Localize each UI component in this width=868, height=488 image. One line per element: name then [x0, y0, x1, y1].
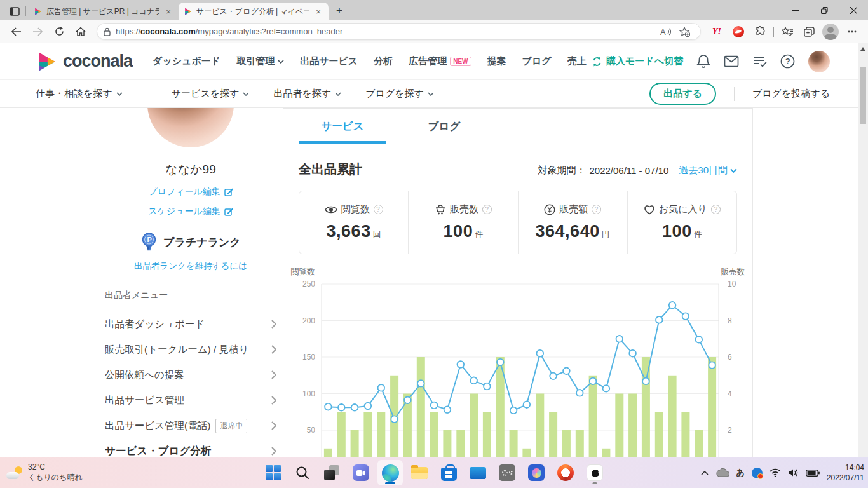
- schedule-edit-link[interactable]: スケジュール編集: [105, 206, 276, 217]
- help-circle-icon[interactable]: ?: [780, 54, 795, 69]
- browser-profile-avatar[interactable]: [821, 23, 840, 41]
- stat-unit: 件: [475, 229, 483, 240]
- orders-list-icon[interactable]: [752, 55, 767, 67]
- new-badge: NEW: [450, 57, 471, 66]
- subnav-item[interactable]: サービスを探す: [172, 88, 250, 100]
- start-button[interactable]: [261, 460, 286, 485]
- coconala-logo[interactable]: coconala: [36, 50, 132, 73]
- home-icon[interactable]: [71, 23, 90, 41]
- help-icon[interactable]: ?: [711, 205, 721, 214]
- stat-unit: 件: [694, 229, 702, 240]
- help-icon[interactable]: ?: [482, 205, 492, 214]
- section-title: 全出品累計: [299, 161, 362, 178]
- profile-edit-link[interactable]: プロフィール編集: [105, 186, 276, 198]
- tab-close-icon[interactable]: ×: [163, 6, 173, 17]
- vertical-tabs-icon[interactable]: [5, 3, 24, 20]
- nav-item[interactable]: 出品サービス: [300, 55, 358, 67]
- search-icon[interactable]: [290, 460, 315, 485]
- weather-widget[interactable]: 32°C くもりのち晴れ: [6, 463, 83, 482]
- antivirus-tray-icon[interactable]: [752, 468, 763, 478]
- trend-micro-extension-icon[interactable]: [729, 23, 748, 41]
- clock[interactable]: 14:04 2022/07/11: [827, 463, 864, 483]
- browser-tab[interactable]: サービス・ブログ分析 | マイページ | ココ×: [179, 3, 329, 20]
- task-view-icon[interactable]: [319, 460, 344, 485]
- close-button[interactable]: [839, 0, 868, 20]
- stat-value: 3,663: [327, 222, 371, 241]
- mail-app-icon[interactable]: [465, 460, 491, 485]
- page-scrollbar[interactable]: [858, 43, 868, 488]
- user-avatar[interactable]: [808, 51, 830, 72]
- tray-chevron-up-icon[interactable]: [701, 471, 709, 475]
- read-aloud-icon[interactable]: A: [656, 23, 675, 41]
- chevron-down-icon: [335, 92, 341, 96]
- tab-close-icon[interactable]: ×: [313, 6, 323, 17]
- sell-button[interactable]: 出品する: [649, 83, 716, 105]
- teams-chat-icon[interactable]: [348, 460, 374, 485]
- ime-indicator[interactable]: あ: [736, 467, 745, 478]
- system-tools-icon[interactable]: [494, 460, 520, 485]
- svg-text:2: 2: [728, 426, 732, 435]
- battery-icon[interactable]: [806, 470, 820, 477]
- svg-text:6: 6: [728, 353, 732, 362]
- swap-icon: [592, 57, 602, 67]
- forward-icon[interactable]: [28, 23, 47, 41]
- subnav-item[interactable]: 出品者を探す: [273, 88, 341, 100]
- sidebar-menu-item[interactable]: 出品者ダッシュボード: [105, 311, 276, 337]
- rank-keep-link[interactable]: 出品者ランクを維持するには: [105, 261, 276, 272]
- post-blog-link[interactable]: ブログを投稿する: [752, 88, 830, 100]
- wifi-icon[interactable]: [770, 468, 781, 477]
- nav-item[interactable]: ブログ: [522, 55, 552, 67]
- status-badge: 退席中: [215, 419, 247, 433]
- help-icon[interactable]: ?: [374, 205, 383, 214]
- messages-mail-icon[interactable]: [724, 55, 739, 67]
- file-explorer-icon[interactable]: [407, 460, 432, 485]
- switch-mode-link[interactable]: 購入モードへ切替: [592, 55, 683, 67]
- period-select[interactable]: 過去30日間: [679, 165, 737, 177]
- back-icon[interactable]: [6, 23, 25, 41]
- nav-item[interactable]: 分析: [374, 55, 393, 67]
- stats-summary: 閲覧数? 3,663回 販売数? 100件 販売額? 364,640円 お気に入…: [299, 191, 737, 254]
- clipchamp-icon[interactable]: [524, 460, 549, 485]
- profile-avatar[interactable]: [105, 108, 276, 147]
- volume-icon[interactable]: [788, 468, 799, 477]
- sidebar-menu-item[interactable]: 出品サービス管理(電話)退席中: [105, 413, 276, 438]
- nav-item[interactable]: 取引管理: [236, 55, 284, 67]
- sidebar-menu-item[interactable]: 公開依頼への提案: [105, 362, 276, 388]
- favorite-add-icon[interactable]: [675, 23, 694, 41]
- subnav: 仕事・相談を探すサービスを探す出品者を探すブログを探す 出品する ブログを投稿す…: [0, 79, 868, 108]
- help-icon[interactable]: ?: [592, 205, 601, 214]
- collections-icon[interactable]: [799, 23, 818, 41]
- extensions-icon[interactable]: [750, 23, 770, 41]
- media-app-icon[interactable]: [582, 460, 607, 485]
- nav-item[interactable]: 提案: [487, 55, 506, 67]
- tab-inactive[interactable]: ブログ: [401, 109, 487, 144]
- subnav-item[interactable]: 仕事・相談を探す: [36, 88, 123, 100]
- onedrive-cloud-icon[interactable]: [715, 468, 729, 477]
- sidebar-menu-item[interactable]: 出品サービス管理: [105, 388, 276, 413]
- edge-browser-icon[interactable]: [377, 460, 403, 485]
- tab-active[interactable]: サービス: [299, 109, 386, 144]
- new-tab-button[interactable]: +: [331, 3, 348, 19]
- address-bar[interactable]: https://coconala.com/mypage/analytics?re…: [97, 23, 701, 40]
- favorites-bar-icon[interactable]: [778, 23, 797, 41]
- settings-more-icon[interactable]: [843, 23, 862, 41]
- scrollbar-thumb[interactable]: [860, 67, 866, 124]
- nav-item[interactable]: 広告管理NEW: [409, 55, 471, 67]
- stat-value: 364,640: [536, 222, 600, 241]
- notifications-bell-icon[interactable]: [696, 54, 710, 69]
- eye-icon: [325, 205, 337, 214]
- yahoo-extension-icon[interactable]: Y!: [707, 23, 726, 41]
- browser-tab[interactable]: 広告管理 | サービスPR | ココナラ×: [29, 3, 179, 20]
- refresh-icon[interactable]: [50, 23, 69, 41]
- scrollbar-up-arrow[interactable]: [860, 47, 865, 51]
- microsoft-store-icon[interactable]: [436, 460, 461, 485]
- office-icon[interactable]: [553, 460, 578, 485]
- chevron-right-icon: [271, 421, 276, 430]
- nav-item[interactable]: ダッシュボード: [153, 55, 220, 67]
- minimize-button[interactable]: [780, 0, 810, 20]
- restore-button[interactable]: [810, 0, 839, 20]
- chevron-right-icon: [271, 320, 276, 329]
- sidebar-menu-item[interactable]: 販売取引(トークルーム) / 見積り: [105, 337, 276, 362]
- subnav-item[interactable]: ブログを探す: [365, 88, 434, 100]
- nav-item[interactable]: 売上: [567, 55, 587, 67]
